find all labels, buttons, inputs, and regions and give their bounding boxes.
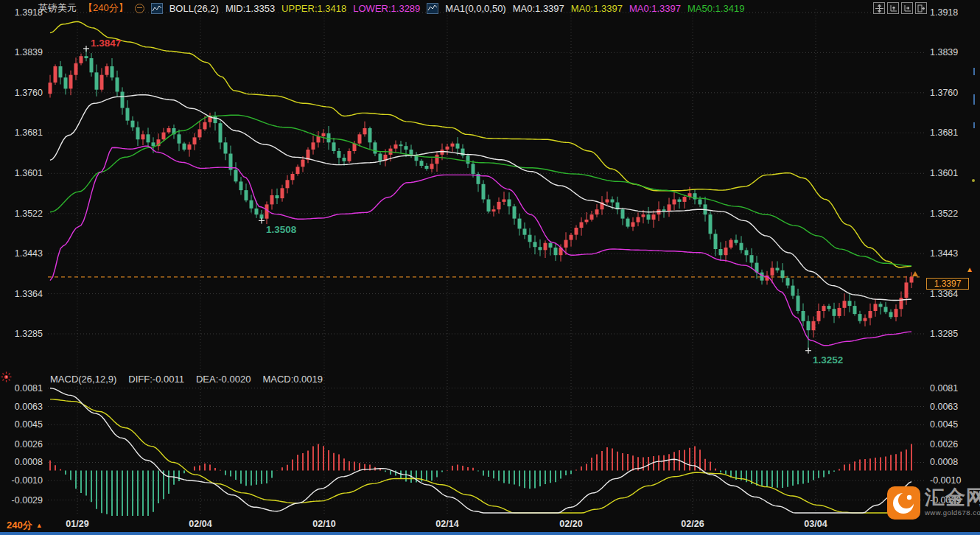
candlestick-chart[interactable]: 1.38471.35081.3252 [0,0,980,535]
candle-body [884,307,888,312]
right-gutter-mark [973,122,975,128]
candle-body [564,240,568,248]
alert-sun-icon[interactable] [1,371,12,382]
candle-body [673,200,676,205]
swing-price-label: 1.3508 [266,224,297,235]
scale-axis-up-icon[interactable] [887,2,899,14]
candle-body [121,92,125,108]
price-tick-label-right: 1.3285 [930,329,958,339]
candle-body [905,282,909,298]
ma0-value-1: MA0:1.3397 [513,3,564,14]
candle-body [843,301,847,308]
gold678-logo-icon [887,486,920,520]
candle-body [281,188,284,198]
candle-body [451,144,455,147]
candle-body [858,314,862,321]
date-tick-label: 02/10 [312,519,335,529]
candle-body [162,133,166,140]
candle-body [544,243,547,251]
candle-body [312,142,315,150]
candle-body [374,142,377,153]
price-tick-label-right: 1.3760 [930,88,958,98]
candle-body [817,311,821,321]
pan-crosshair-icon[interactable] [873,2,885,14]
candle-body [797,296,800,311]
candle-body [528,235,532,242]
candle-body [203,122,207,130]
candle-body [874,304,878,311]
macd-tick-label-right: -0.0010 [930,475,961,486]
bottom-strip [0,532,980,535]
candle-body [827,306,831,309]
ma0-value-3: MA0:1.3397 [629,3,681,14]
macd-header: MACD(26,12,9) DIFF:-0.0011 DEA:-0.0020 M… [50,374,323,385]
candle-body [317,136,321,142]
candle-body [276,195,279,198]
candle-body [472,164,475,174]
minus-circle-icon[interactable] [135,4,144,13]
boll-indicator-icon[interactable] [151,3,163,14]
collapse-panel-icon[interactable] [915,2,927,14]
right-gutter-mark [973,68,975,75]
candle-body [533,242,537,247]
candle-body [152,142,155,146]
candle-body [286,180,290,188]
candle-body [668,204,671,211]
period-selector[interactable]: 240分 ▲ [7,519,43,532]
ma50-value: MA50:1.3419 [687,3,744,14]
macd-tick-label-right: 0.0026 [930,439,958,450]
scale-axis-right-icon[interactable] [901,2,913,14]
candle-body [136,127,140,140]
candle-body [405,146,408,150]
watermark-logo: 汇金网 www.gold678.com [887,486,980,520]
candle-body [776,268,780,270]
candle-body [224,142,228,153]
date-tick-label: 02/04 [189,519,211,529]
candle-body [745,250,749,255]
candle-body [332,142,336,151]
candle-body [575,228,578,235]
candle-body [430,164,434,169]
macd-tick-label-left: 0.0008 [0,457,43,467]
candle-body [291,174,295,180]
candle-body [80,56,83,63]
macd-macd-value: MACD:0.0019 [262,374,323,385]
price-tick-label-right: 1.3364 [930,289,958,299]
candle-body [724,248,728,255]
candle-body [100,75,104,90]
candle-body [296,167,300,174]
watermark-url: www.gold678.com [925,508,980,517]
candle-body [729,240,733,248]
macd-tick-label-right: 0.0063 [930,402,958,412]
candle-body [178,134,181,143]
ma0-value-2: MA0:1.3397 [571,3,623,14]
ma-indicator-icon[interactable] [427,3,438,14]
candle-body [539,247,542,250]
candle-body [368,128,372,142]
triangle-up-icon: ▲ [36,522,43,529]
candle-body [611,200,615,203]
price-up-arrow-icon: ▲ [966,265,973,273]
candle-body [219,123,223,142]
candle-body [348,151,351,161]
price-tick-label-left: 1.3443 [0,248,43,259]
candle-body [508,200,511,207]
macd-tick-label-left: -0.0010 [0,475,43,486]
candle-body [188,144,192,150]
candle-body [549,243,553,248]
candle-body [482,184,486,200]
candle-body [116,77,119,91]
macd-dea-value: DEA:-0.0020 [196,374,251,385]
candle-body [833,309,836,316]
macd-label: MACD(26,12,9) [50,374,116,385]
candle-body [69,75,73,89]
candle-body [714,234,718,249]
candle-body [497,202,501,209]
macd-tick-label-left: 0.0063 [0,402,43,412]
candle-body [869,311,872,318]
candle-body [147,134,150,142]
boll-lower-line [50,146,911,346]
candle-body [683,197,687,202]
date-tick-label: 01/29 [66,519,88,529]
candle-body [740,243,743,251]
